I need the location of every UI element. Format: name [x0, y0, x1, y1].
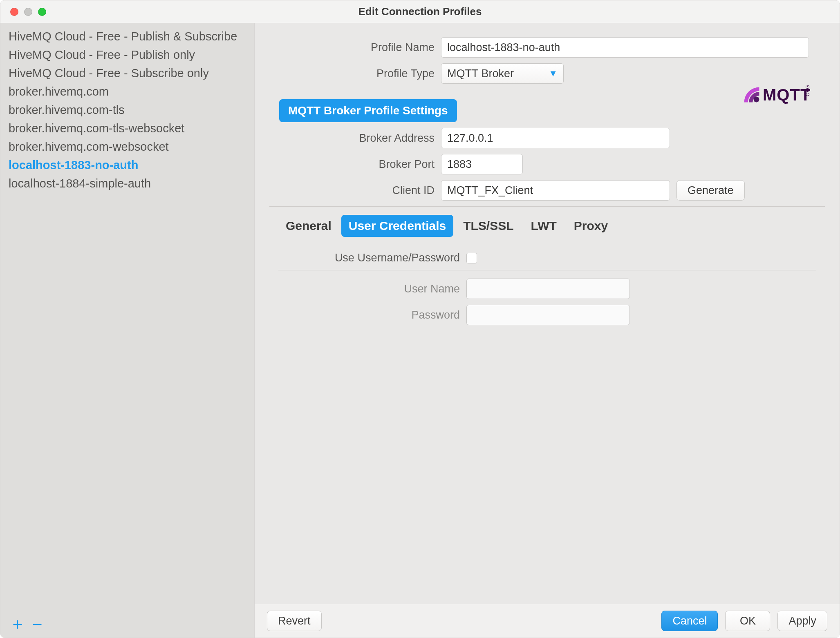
tab-label: LWT — [531, 219, 557, 232]
tab-label: General — [286, 219, 332, 232]
tab-tls-ssl[interactable]: TLS/SSL — [456, 215, 521, 237]
mqtt-logo-sub: .ORG — [805, 85, 811, 98]
tab-proxy[interactable]: Proxy — [567, 215, 615, 237]
use-credentials-label: Use Username/Password — [278, 252, 466, 264]
sidebar-item[interactable]: broker.hivemq.com-websocket — [0, 138, 254, 156]
client-id-input[interactable] — [441, 180, 670, 201]
sidebar-item-label: localhost-1884-simple-auth — [9, 177, 151, 190]
cancel-button[interactable]: Cancel — [661, 611, 718, 631]
apply-button[interactable]: Apply — [777, 611, 827, 631]
add-profile-button[interactable] — [12, 616, 23, 633]
sidebar-item[interactable]: broker.hivemq.com-tls — [0, 101, 254, 119]
tab-user-credentials[interactable]: User Credentials — [341, 215, 453, 237]
profile-name-label: Profile Name — [269, 41, 441, 54]
broker-port-input[interactable] — [441, 154, 523, 174]
sidebar-item-label: broker.hivemq.com-websocket — [9, 140, 169, 153]
revert-button-label: Revert — [278, 615, 311, 627]
edit-connection-profiles-window: Edit Connection Profiles HiveMQ Cloud - … — [0, 0, 840, 638]
divider — [278, 270, 816, 270]
tab-lwt[interactable]: LWT — [524, 215, 564, 237]
sidebar-item-label: broker.hivemq.com-tls — [9, 103, 125, 116]
client-id-label: Client ID — [269, 184, 441, 197]
broker-settings-header: MQTT Broker Profile Settings — [279, 99, 457, 122]
password-label: Password — [278, 309, 466, 321]
svg-point-0 — [754, 97, 759, 103]
password-input[interactable] — [466, 305, 630, 325]
sidebar-item-label: HiveMQ Cloud - Free - Subscribe only — [9, 67, 209, 80]
profiles-list[interactable]: HiveMQ Cloud - Free - Publish & Subscrib… — [0, 23, 254, 611]
username-input[interactable] — [466, 279, 630, 299]
apply-button-label: Apply — [788, 615, 816, 627]
plus-icon — [12, 616, 23, 634]
broker-port-label: Broker Port — [269, 158, 441, 171]
revert-button[interactable]: Revert — [267, 611, 322, 631]
sidebar-item-label: HiveMQ Cloud - Free - Publish only — [9, 48, 195, 61]
profile-type-select[interactable]: MQTT Broker ▼ — [441, 63, 564, 84]
bottom-bar: Revert Cancel OK Apply — [255, 604, 840, 638]
generate-button-label: Generate — [688, 184, 734, 197]
remove-profile-button[interactable] — [31, 616, 43, 633]
ok-button[interactable]: OK — [725, 611, 770, 631]
ok-button-label: OK — [740, 615, 756, 627]
sidebar-item[interactable]: HiveMQ Cloud - Free - Publish only — [0, 46, 254, 64]
use-credentials-checkbox[interactable] — [466, 253, 477, 263]
chevron-down-icon: ▼ — [549, 68, 558, 79]
sidebar-item-label: localhost-1883-no-auth — [9, 158, 138, 172]
tab-label: Proxy — [574, 219, 608, 232]
mqtt-logo-text: MQTT — [763, 86, 811, 104]
settings-tabs: General User Credentials TLS/SSL LWT Pro… — [269, 215, 825, 237]
broker-address-label: Broker Address — [269, 132, 441, 145]
tab-label: User Credentials — [349, 219, 446, 232]
sidebar-item-label: HiveMQ Cloud - Free - Publish & Subscrib… — [9, 30, 237, 43]
minus-icon — [31, 616, 43, 634]
profile-type-label: Profile Type — [269, 67, 441, 80]
profile-name-input[interactable] — [441, 37, 809, 58]
mqtt-logo: MQTT .ORG — [742, 85, 823, 104]
generate-button[interactable]: Generate — [676, 180, 745, 201]
sidebar-item[interactable]: HiveMQ Cloud - Free - Subscribe only — [0, 64, 254, 83]
sidebar-footer — [0, 611, 254, 638]
sidebar-item-selected[interactable]: localhost-1883-no-auth — [0, 156, 254, 174]
divider — [269, 206, 825, 207]
cancel-button-label: Cancel — [672, 615, 707, 627]
sidebar-item[interactable]: HiveMQ Cloud - Free - Publish & Subscrib… — [0, 27, 254, 46]
content-panel: Profile Name Profile Type MQTT Broker ▼ — [255, 23, 840, 638]
tab-content-user-credentials: Use Username/Password User Name Password — [269, 237, 825, 346]
sidebar-item-label: broker.hivemq.com-tls-websocket — [9, 122, 184, 135]
sidebar-item[interactable]: broker.hivemq.com-tls-websocket — [0, 119, 254, 138]
username-label: User Name — [278, 283, 466, 295]
profile-type-value: MQTT Broker — [447, 67, 514, 80]
window-title: Edit Connection Profiles — [0, 5, 840, 18]
profiles-sidebar: HiveMQ Cloud - Free - Publish & Subscrib… — [0, 23, 255, 638]
mqtt-logo-icon — [742, 85, 761, 104]
sidebar-item[interactable]: broker.hivemq.com — [0, 83, 254, 101]
broker-address-input[interactable] — [441, 128, 670, 148]
sidebar-item[interactable]: localhost-1884-simple-auth — [0, 174, 254, 193]
sidebar-item-label: broker.hivemq.com — [9, 85, 109, 98]
titlebar: Edit Connection Profiles — [0, 0, 840, 23]
tab-label: TLS/SSL — [463, 219, 513, 232]
tab-general[interactable]: General — [278, 215, 339, 237]
